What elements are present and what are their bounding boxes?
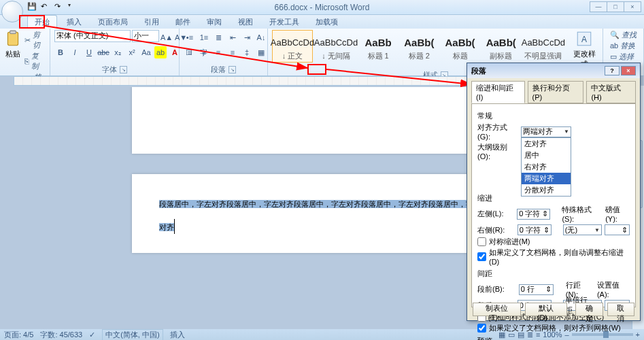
alignment-label: 对齐方式(G): — [477, 122, 518, 141]
tab-mailings[interactable]: 邮件 — [169, 16, 197, 29]
tab-developer[interactable]: 开发工具 — [262, 16, 306, 29]
group-paragraph: •≡ 1≡ ≣ ⇤ ⇥ A↓ ¶ ≡ ≡ ≡ ≡ ‡ ▦ ▭ 段落↘ — [180, 29, 268, 75]
dialog-tab-asian-typography[interactable]: 中文版式(H) — [586, 81, 636, 103]
dialog-tab-indent-spacing[interactable]: 缩进和间距(I) — [471, 81, 525, 103]
style-normal[interactable]: AaBbCcDd↓ 正文 — [272, 30, 313, 63]
style-heading1[interactable]: AaBb标题 1 — [359, 30, 397, 63]
cancel-button[interactable]: 取消 — [607, 303, 634, 316]
special-indent-label: 特殊格式(S): — [562, 205, 600, 223]
space-before-spinner[interactable]: 0 行⇕ — [519, 284, 554, 295]
align-option-justify[interactable]: 两端对齐 — [522, 173, 571, 184]
status-insert-mode[interactable]: 插入 — [170, 330, 185, 340]
qat-dropdown-icon[interactable]: ▾ — [68, 2, 78, 12]
italic-icon[interactable]: I — [69, 46, 81, 58]
style-subtle-emphasis[interactable]: AaBbCcDd不明显强调 — [523, 30, 564, 63]
strike-icon[interactable]: abc — [97, 46, 109, 58]
close-button[interactable]: × — [624, 1, 641, 12]
align-option-center[interactable]: 居中 — [522, 150, 571, 161]
align-left-icon[interactable]: ≡ — [184, 46, 196, 58]
multilevel-icon[interactable]: ≣ — [212, 31, 224, 44]
line-spacing-icon[interactable]: ‡ — [241, 46, 253, 58]
subscript-icon[interactable]: x₂ — [112, 46, 124, 58]
alignment-combo[interactable]: 两端对齐▼ 左对齐 居中 右对齐 两端对齐 分散对齐 — [521, 126, 571, 137]
justify-icon[interactable]: ≡ — [226, 46, 239, 58]
align-right-icon[interactable]: ≡ — [212, 46, 224, 58]
style-title[interactable]: AaBb(标题 — [441, 30, 479, 63]
cut-button[interactable]: ✂ 剪切 — [24, 30, 46, 50]
ok-button[interactable]: 确定 — [575, 303, 603, 316]
window-titlebar: 💾 ↶ ↷ ▾ 666.docx - Microsoft Word — □ × — [0, 0, 644, 15]
indent-left-spinner[interactable]: 0 字符⇕ — [517, 209, 550, 220]
dialog-titlebar[interactable]: 段落 ? × — [467, 63, 640, 78]
bullets-icon[interactable]: •≡ — [184, 31, 196, 44]
copy-button[interactable]: ⎘ 复制 — [24, 51, 46, 71]
outline-level-label: 大纲级别(O): — [477, 142, 518, 160]
paste-label: 粘贴 — [4, 49, 22, 59]
maximize-button[interactable]: □ — [607, 1, 624, 12]
highlight-icon[interactable]: ab — [154, 46, 167, 58]
section-preview: 预览 — [477, 336, 630, 340]
tabs-button[interactable]: 制表位(T)… — [473, 303, 521, 316]
decrease-indent-icon[interactable]: ⇤ — [226, 31, 239, 44]
section-spacing: 间距 — [477, 269, 630, 279]
undo-icon[interactable]: ↶ — [41, 2, 50, 12]
select-button[interactable]: ▭ 选择 — [610, 52, 637, 62]
replace-button[interactable]: ab 替换 — [610, 41, 637, 51]
mirror-indent-checkbox[interactable]: 对称缩进(M) — [477, 237, 630, 247]
paragraph-launcher[interactable]: ↘ — [228, 66, 236, 73]
dialog-tab-line-page-breaks[interactable]: 换行和分页(P) — [528, 81, 584, 103]
font-family-select[interactable]: 宋体 (中文正文) — [54, 30, 131, 42]
status-words[interactable]: 字数: 45/633 — [40, 330, 82, 340]
dialog-close-button[interactable]: × — [621, 66, 636, 75]
tab-review[interactable]: 审阅 — [200, 16, 228, 29]
at-label: 设置值(A): — [597, 280, 630, 299]
font-launcher[interactable]: ↘ — [120, 66, 127, 73]
align-center-icon[interactable]: ≡ — [198, 46, 210, 58]
bold-icon[interactable]: B — [54, 46, 67, 58]
by-spinner[interactable]: ⇕ — [605, 224, 630, 235]
font-size-select[interactable]: 小一 — [132, 30, 159, 42]
indent-right-spinner[interactable]: 0 字符⇕ — [518, 224, 552, 235]
paste-button[interactable]: 粘贴 — [4, 30, 22, 59]
group-clipboard: 粘贴 ✂ 剪切 ⎘ 复制 🖌 格式刷 剪贴板↘ — [0, 29, 50, 75]
style-subtitle[interactable]: AaBb(副标题 — [482, 30, 520, 63]
minimize-button[interactable]: — — [590, 1, 607, 12]
align-option-right[interactable]: 右对齐 — [522, 161, 571, 173]
dialog-help-button[interactable]: ? — [605, 66, 620, 75]
sort-icon[interactable]: A↓ — [255, 31, 267, 44]
tab-view[interactable]: 视图 — [231, 16, 260, 29]
increase-indent-icon[interactable]: ⇥ — [241, 31, 253, 44]
office-button[interactable] — [1, 1, 23, 22]
group-font-label: 字体 — [102, 65, 117, 75]
status-spellcheck-icon[interactable]: ✓ — [89, 330, 95, 339]
status-page[interactable]: 页面: 4/5 — [4, 330, 33, 340]
superscript-icon[interactable]: x² — [126, 46, 138, 58]
align-option-distribute[interactable]: 分散对齐 — [522, 184, 571, 196]
status-language[interactable]: 中文(简体, 中国) — [102, 329, 163, 341]
tab-addins[interactable]: 加载项 — [309, 16, 345, 29]
change-case-icon[interactable]: Aa — [140, 46, 152, 58]
snap-to-grid-checkbox[interactable]: 如果定义了文档网格，则对齐到网格(W) — [477, 323, 630, 333]
zoom-in-button[interactable]: + — [636, 330, 640, 339]
style-no-spacing[interactable]: AaBbCcDd↓ 无间隔 — [316, 30, 356, 63]
tab-insert[interactable]: 插入 — [60, 16, 88, 29]
by-label: 磅值(Y): — [605, 205, 630, 223]
find-button[interactable]: 🔍 查找 — [610, 30, 637, 40]
doc-paragraph[interactable]: 段落居中，字左对齐段落居中，字左对齐段落居中，字左对齐段落居中，字左对齐段落居中… — [159, 190, 486, 237]
redo-icon[interactable]: ↷ — [54, 2, 64, 12]
grow-font-icon[interactable]: A▲ — [160, 31, 173, 44]
style-heading2[interactable]: AaBb(标题 2 — [400, 30, 438, 63]
tab-page-layout[interactable]: 页面布局 — [91, 16, 135, 29]
align-option-left[interactable]: 左对齐 — [522, 138, 571, 150]
numbering-icon[interactable]: 1≡ — [198, 31, 210, 44]
tab-references[interactable]: 引用 — [137, 16, 166, 29]
default-button[interactable]: 默认(D)… — [525, 303, 567, 316]
special-indent-select[interactable]: (无)▼ — [563, 224, 602, 235]
save-icon[interactable]: 💾 — [27, 2, 37, 12]
indent-right-label: 右侧(R): — [477, 225, 515, 235]
shading-icon[interactable]: ▦ — [255, 46, 267, 58]
page-3-bottom — [132, 87, 513, 154]
tab-home[interactable]: 开始 — [27, 15, 57, 29]
auto-right-indent-checkbox[interactable]: 如果定义了文档网格，则自动调整右缩进(D) — [477, 248, 630, 266]
underline-icon[interactable]: U — [83, 46, 95, 58]
